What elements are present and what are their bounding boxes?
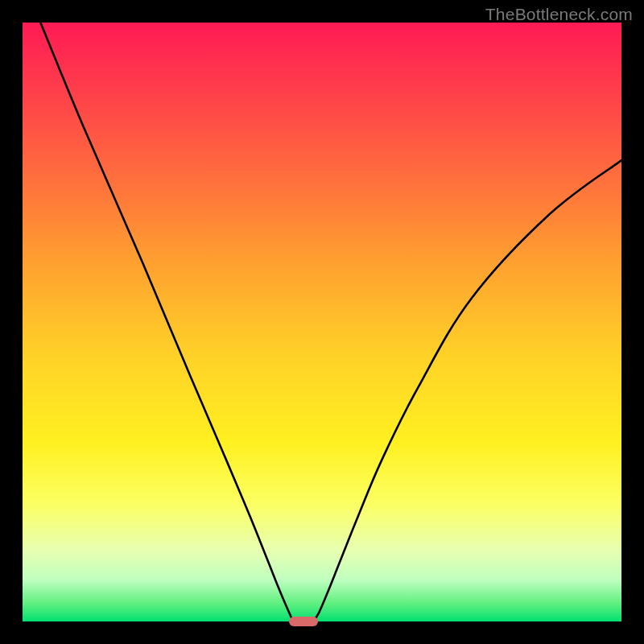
curve-layer <box>23 23 621 621</box>
curve-right-branch <box>313 160 621 621</box>
plot-area <box>23 23 621 621</box>
watermark-text: TheBottleneck.com <box>485 5 633 24</box>
outer-frame: TheBottleneck.com <box>0 0 644 644</box>
curve-left-branch <box>40 23 293 621</box>
bottleneck-marker <box>289 617 318 626</box>
